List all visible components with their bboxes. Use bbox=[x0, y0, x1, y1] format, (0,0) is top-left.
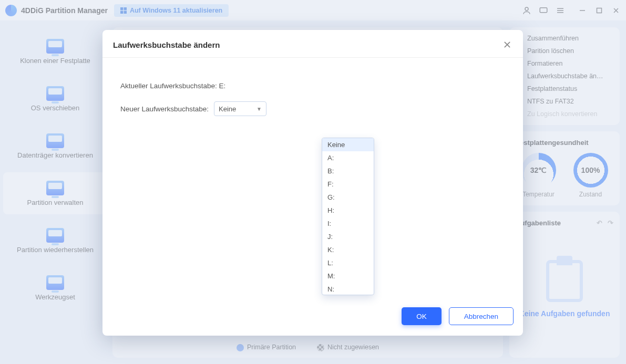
drive-letter-option[interactable]: L: bbox=[322, 256, 374, 269]
current-drive-letter-label: Aktueller Laufwerksbuchstabe: E: bbox=[120, 82, 225, 90]
drive-letter-option[interactable]: M: bbox=[322, 269, 374, 283]
drive-letter-option[interactable]: J: bbox=[322, 230, 374, 243]
cancel-button[interactable]: Abbrechen bbox=[449, 307, 514, 325]
drive-letter-dropdown[interactable]: KeineA:B:F:G:H:I:J:K:L:M:N: bbox=[322, 138, 374, 295]
drive-letter-select[interactable]: Keine ▼ bbox=[214, 101, 266, 116]
close-icon[interactable] bbox=[502, 39, 512, 50]
new-drive-letter-label: Neuer Laufwerksbuchstabe: bbox=[120, 105, 210, 113]
drive-letter-option[interactable]: G: bbox=[322, 191, 374, 204]
ok-button[interactable]: OK bbox=[402, 307, 442, 325]
drive-letter-option[interactable]: I: bbox=[322, 217, 374, 230]
modal-title: Laufwerksbuchstabe ändern bbox=[113, 40, 220, 49]
drive-letter-option[interactable]: B: bbox=[322, 164, 374, 178]
chevron-down-icon: ▼ bbox=[256, 106, 262, 112]
drive-letter-option[interactable]: N: bbox=[322, 283, 374, 295]
drive-letter-option[interactable]: H: bbox=[322, 204, 374, 217]
drive-letter-option[interactable]: K: bbox=[322, 243, 374, 256]
drive-letter-option[interactable]: F: bbox=[322, 178, 374, 191]
change-drive-letter-modal: Laufwerksbuchstabe ändern Aktueller Lauf… bbox=[102, 30, 523, 336]
select-value: Keine bbox=[219, 105, 236, 113]
drive-letter-option[interactable]: A: bbox=[322, 151, 374, 164]
drive-letter-option[interactable]: Keine bbox=[322, 138, 374, 151]
